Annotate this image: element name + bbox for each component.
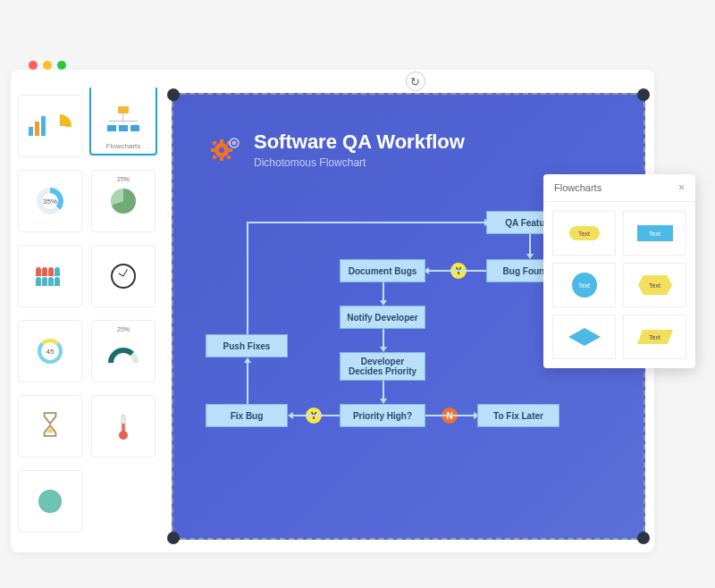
shape-hexagon[interactable]: Text xyxy=(623,263,686,307)
shape-terminator[interactable]: Text xyxy=(552,211,616,256)
arrowhead-icon xyxy=(288,412,293,419)
hourglass-icon xyxy=(40,411,60,441)
thumb-globe[interactable] xyxy=(18,470,82,533)
shapes-grid: Text Text Text Text Text xyxy=(543,202,695,368)
pie-chart-icon xyxy=(48,114,72,138)
pie-icon xyxy=(111,189,136,214)
traffic-yellow-icon[interactable] xyxy=(43,61,52,70)
thumb-bar-pie[interactable] xyxy=(18,95,82,157)
arrowhead-icon xyxy=(484,219,490,226)
widget-sidebar: Flowcharts 35% 25% 35% 45 25% xyxy=(11,88,163,543)
arrow xyxy=(291,415,340,416)
arrow xyxy=(247,222,248,334)
arrow xyxy=(247,222,486,223)
node-fix-bug[interactable]: Fix Bug xyxy=(206,404,288,427)
arrowhead-icon xyxy=(244,357,251,363)
globe-icon xyxy=(38,490,62,513)
thumb-thermometer[interactable] xyxy=(91,395,156,458)
flowchart-icon xyxy=(107,106,139,131)
thumb-flowcharts[interactable]: Flowcharts xyxy=(89,88,157,155)
shapes-panel-title: Flowcharts xyxy=(554,182,601,193)
traffic-red-icon[interactable] xyxy=(29,61,38,70)
shape-connector[interactable]: Text xyxy=(552,263,616,307)
traffic-lights xyxy=(29,61,66,70)
close-icon[interactable]: × xyxy=(678,181,685,194)
arrow xyxy=(427,270,486,272)
thumb-label: Flowcharts xyxy=(106,142,141,150)
node-to-fix-later[interactable]: To Fix Later xyxy=(477,404,559,427)
svg-rect-2 xyxy=(122,424,125,434)
thumb-ring-45[interactable]: 45 xyxy=(18,320,82,382)
node-priority-high[interactable]: Priority High? xyxy=(340,404,425,427)
node-push-fixes[interactable]: Push Fixes xyxy=(206,334,288,357)
shapes-panel[interactable]: Flowcharts × Text Text Text Text Text xyxy=(543,174,695,368)
shape-parallelogram[interactable]: Text xyxy=(623,315,686,359)
arrow xyxy=(425,415,475,416)
rotate-handle[interactable]: ↻ xyxy=(406,71,425,91)
thumb-people[interactable] xyxy=(18,245,82,307)
svg-marker-16 xyxy=(568,328,601,346)
thumb-gauge[interactable]: 25% xyxy=(91,320,156,382)
shape-process[interactable]: Text xyxy=(623,211,686,256)
arrow xyxy=(529,234,531,256)
clock-icon xyxy=(111,264,136,289)
node-notify-developer[interactable]: Notify Developer xyxy=(340,306,425,329)
rotate-icon: ↻ xyxy=(410,75,420,88)
thumb-clock[interactable] xyxy=(91,245,156,307)
gauge-icon xyxy=(108,348,139,363)
arrow xyxy=(247,361,248,404)
arrow xyxy=(383,329,384,349)
arrow xyxy=(383,381,384,400)
thermometer-icon xyxy=(117,413,130,440)
shapes-panel-header: Flowcharts × xyxy=(543,174,695,202)
bar-chart-icon xyxy=(29,116,46,136)
traffic-green-icon[interactable] xyxy=(57,61,66,70)
people-icon xyxy=(36,267,64,286)
thumb-donut-35[interactable]: 35% xyxy=(18,170,82,232)
donut-icon: 35% xyxy=(37,188,63,214)
node-document-bugs[interactable]: Document Bugs xyxy=(340,259,425,282)
thumb-hourglass[interactable] xyxy=(18,395,82,458)
arrow xyxy=(383,282,384,302)
shape-diamond[interactable] xyxy=(552,315,616,359)
thumb-green-pie[interactable]: 25% xyxy=(91,170,156,232)
node-developer-decides[interactable]: Developer Decides Priority xyxy=(340,352,425,381)
